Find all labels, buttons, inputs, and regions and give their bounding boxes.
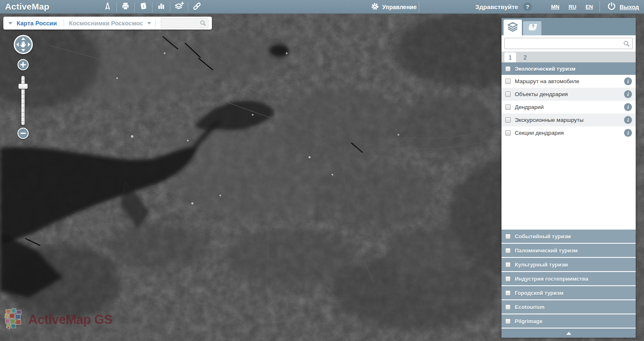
layer-row[interactable]: Маршрут на автомобиле i: [501, 75, 636, 88]
pan-control[interactable]: [14, 35, 33, 54]
layer-row[interactable]: Объекты дендрария i: [501, 88, 636, 101]
layer-checkbox[interactable]: [505, 79, 511, 84]
legend-button[interactable]: i: [135, 0, 152, 14]
group-checkbox[interactable]: [505, 262, 511, 267]
print-icon: [121, 2, 130, 12]
measure-button[interactable]: [99, 0, 116, 14]
group-label: Ecotourism: [515, 304, 545, 310]
group-hospitality-industry[interactable]: Индустрия гостеприимства: [501, 272, 636, 286]
legend-book-icon: i: [139, 2, 148, 12]
group-label: Экологический туризм: [515, 66, 575, 72]
language-mn-link[interactable]: MN: [551, 4, 559, 10]
group-event-tourism[interactable]: Событийный туризм: [501, 230, 636, 244]
group-checkbox[interactable]: [505, 319, 511, 324]
collapse-panel-button[interactable]: [501, 329, 636, 338]
layer-label: Маршрут на автомобиле: [515, 78, 620, 84]
greeting-label: Здравствуйте: [475, 3, 518, 10]
layer-label: Объекты дендрария: [515, 91, 620, 97]
toolbar: i: [99, 0, 206, 14]
zoom-in-button[interactable]: [17, 59, 29, 70]
group-checkbox[interactable]: [505, 234, 511, 239]
group-ecological-tourism[interactable]: Экологический туризм: [501, 62, 636, 75]
topbar-right: Здравствуйте ? MN RU EN Выход: [475, 0, 639, 14]
layers-icon: [507, 21, 519, 34]
chevron-up-icon: [566, 332, 571, 335]
statistics-button[interactable]: [152, 0, 170, 14]
language-ru-link[interactable]: RU: [568, 4, 576, 10]
layer-row[interactable]: Экскурсионные маршруты i: [501, 114, 636, 126]
info-icon[interactable]: i: [624, 116, 632, 124]
pan-up-icon[interactable]: [21, 37, 25, 40]
pan-right-icon[interactable]: [28, 42, 30, 47]
layer-label: Секции дендрария: [515, 130, 620, 136]
active-map-select[interactable]: Карта России: [17, 20, 57, 27]
map-question-icon: ?: [526, 22, 538, 34]
help-button[interactable]: ?: [523, 2, 532, 11]
measure-icon: [103, 2, 112, 12]
group-ecotourism[interactable]: Ecotourism: [501, 300, 636, 314]
basemap-select[interactable]: Космоснимки Роскосмос: [69, 20, 143, 27]
group-label: Индустрия гостеприимства: [515, 276, 588, 282]
layer-row[interactable]: Секции дендрария i: [501, 126, 636, 139]
bar-chart-icon: [157, 2, 166, 12]
map-dropdown-caret-icon[interactable]: [8, 22, 12, 25]
sidebar-tabs: ?: [501, 18, 636, 35]
hand-icon: [20, 40, 27, 50]
divider: [64, 20, 64, 27]
map-selector-bar: Карта России Космоснимки Роскосмос: [3, 17, 212, 30]
layer-checkbox[interactable]: [505, 117, 511, 123]
tab-legend[interactable]: ?: [523, 21, 541, 35]
tab-layers[interactable]: [504, 20, 522, 35]
group-cultural-tourism[interactable]: Культурный туризм: [501, 258, 636, 272]
layer-checkbox[interactable]: [505, 91, 511, 97]
page-tab-1[interactable]: 1: [504, 52, 516, 62]
info-icon[interactable]: i: [624, 103, 632, 111]
group-label: Городской туризм: [515, 290, 563, 296]
zoom-slider[interactable]: [21, 76, 25, 125]
share-link-button[interactable]: [188, 0, 206, 14]
search-icon: [199, 20, 206, 28]
add-layer-button[interactable]: [170, 0, 188, 14]
logout-button[interactable]: Выход: [607, 1, 639, 13]
group-checkbox[interactable]: [505, 66, 511, 72]
layer-checkbox[interactable]: [505, 130, 511, 136]
group-pilgrimage[interactable]: Pilgrimage: [501, 314, 636, 329]
layer-row[interactable]: Дендрарий i: [501, 101, 636, 114]
gear-icon: [371, 2, 379, 12]
zoom-out-button[interactable]: [17, 128, 29, 139]
page-tab-2[interactable]: 2: [519, 52, 531, 62]
topbar-separator: [419, 1, 419, 12]
info-icon[interactable]: i: [624, 77, 632, 85]
group-label: Паломнический туризм: [515, 247, 578, 254]
zoom-slider-handle[interactable]: [18, 84, 28, 89]
pan-left-icon[interactable]: [16, 42, 19, 47]
management-button[interactable]: Управление: [371, 0, 417, 14]
basemap-dropdown-caret-icon[interactable]: [147, 22, 151, 25]
sidebar-pagination: 1 2: [501, 52, 636, 62]
group-checkbox[interactable]: [505, 290, 511, 296]
info-icon[interactable]: i: [624, 90, 632, 98]
layer-search-input[interactable]: [504, 38, 633, 49]
layer-checkbox[interactable]: [505, 104, 511, 110]
sidebar-search-row: [501, 35, 636, 52]
group-label: Культурный туризм: [515, 262, 568, 268]
print-button[interactable]: [117, 0, 134, 14]
layers-sidebar: ? 1 2 Экологический туризм Маршрут на ав…: [501, 18, 636, 338]
group-checkbox[interactable]: [505, 276, 511, 282]
svg-text:?: ?: [531, 24, 534, 30]
search-icon: [623, 40, 630, 49]
group-checkbox[interactable]: [505, 248, 511, 253]
layer-label: Дендрарий: [515, 104, 620, 110]
group-city-tourism[interactable]: Городской туризм: [501, 286, 636, 300]
topbar-separator: [600, 1, 600, 12]
activemap-app: ActiveMap i: [0, 0, 644, 341]
info-icon[interactable]: i: [624, 129, 632, 137]
link-icon: [192, 1, 202, 13]
sidebar-empty-area: [501, 139, 636, 230]
add-layer-icon: [174, 1, 184, 13]
group-pilgrimage-tourism[interactable]: Паломнический туризм: [501, 244, 636, 258]
group-checkbox[interactable]: [505, 304, 511, 310]
group-label: Pilgrimage: [515, 318, 542, 324]
language-en-link[interactable]: EN: [585, 4, 593, 10]
power-icon: [607, 1, 617, 13]
